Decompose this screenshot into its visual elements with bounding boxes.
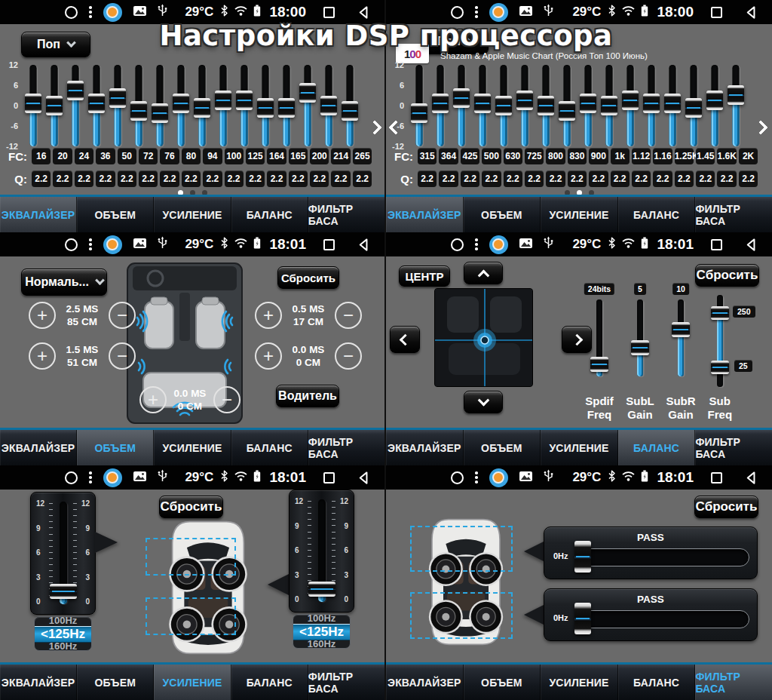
- back-triangle-icon[interactable]: [357, 471, 371, 485]
- q-value[interactable]: 2.2: [546, 170, 565, 187]
- balance-slider[interactable]: 5SubLGain: [623, 283, 657, 419]
- slider-handle[interactable]: [25, 94, 41, 113]
- crossover-freq-picker[interactable]: 100Hz<125Hz160Hz: [293, 614, 351, 649]
- fc-value[interactable]: 1.16: [653, 148, 672, 164]
- back-triangle-icon[interactable]: [744, 471, 758, 485]
- fc-value[interactable]: 900: [589, 148, 608, 164]
- eq-band-slider[interactable]: [472, 65, 493, 146]
- slider-handle[interactable]: [109, 88, 126, 108]
- tab-volume[interactable]: ОБЪЕМ: [464, 197, 541, 232]
- fc-value[interactable]: 165: [289, 148, 308, 164]
- balance-slider[interactable]: 25025SubFreq: [703, 283, 760, 419]
- balance-down-button[interactable]: [464, 391, 503, 413]
- tab-balance[interactable]: БАЛАНС: [231, 430, 308, 465]
- tab-volume[interactable]: ОБЪЕМ: [77, 665, 154, 700]
- delay-decrease-button[interactable]: −: [335, 342, 362, 370]
- slider-handle[interactable]: [236, 91, 253, 110]
- eq-band-slider[interactable]: [704, 65, 725, 146]
- slider-handle[interactable]: [495, 96, 512, 115]
- pass-freq-slider[interactable]: [581, 610, 749, 628]
- fc-value[interactable]: 214: [331, 148, 350, 164]
- q-value[interactable]: 2.2: [568, 170, 587, 187]
- eq-band-slider[interactable]: [86, 65, 107, 146]
- pass-freq-slider[interactable]: [581, 548, 749, 566]
- fc-value[interactable]: 20: [53, 148, 72, 164]
- fc-value[interactable]: 425: [461, 148, 479, 164]
- tab-balance[interactable]: БАЛАНС: [618, 665, 696, 700]
- picker-selected-option[interactable]: <125Hz: [35, 626, 91, 643]
- slider-handle[interactable]: [67, 81, 84, 100]
- eq-band-slider[interactable]: [683, 65, 704, 146]
- tab-volume[interactable]: ОБЪЕМ: [464, 665, 541, 700]
- fc-value[interactable]: 1k: [611, 148, 630, 164]
- pass-slider-handle[interactable]: [574, 603, 591, 634]
- slider-handle[interactable]: [643, 94, 660, 113]
- eq-band-slider[interactable]: [451, 65, 472, 146]
- front-speakers-select-box[interactable]: [410, 526, 513, 572]
- eq-band-slider[interactable]: [170, 65, 191, 146]
- q-value[interactable]: 2.2: [589, 170, 608, 187]
- q-value[interactable]: 2.2: [717, 170, 736, 187]
- eq-band-slider[interactable]: [339, 65, 360, 146]
- app-logo-icon[interactable]: [103, 235, 122, 254]
- tab-bass-filter[interactable]: ФИЛЬТР БАСА: [695, 665, 772, 700]
- eq-band-slider[interactable]: [44, 65, 65, 146]
- q-value[interactable]: 2.2: [139, 170, 158, 187]
- eq-band-slider[interactable]: [599, 65, 620, 146]
- tab-volume[interactable]: ОБЪЕМ: [464, 430, 541, 465]
- menu-dots-icon[interactable]: [475, 238, 478, 250]
- eq-preset-dropdown[interactable]: Поп: [424, 29, 489, 54]
- fc-value[interactable]: 830: [568, 148, 587, 164]
- slider-handle[interactable]: [152, 103, 168, 123]
- slider-handle[interactable]: [299, 83, 316, 103]
- picker-next-option[interactable]: 160Hz: [293, 640, 350, 649]
- recents-square-icon[interactable]: [711, 239, 722, 250]
- fc-value[interactable]: 164: [267, 148, 286, 164]
- menu-dots-icon[interactable]: [475, 6, 478, 18]
- eq-band-slider[interactable]: [662, 65, 683, 146]
- slider-handle[interactable]: [672, 322, 690, 337]
- balance-up-button[interactable]: [464, 262, 503, 284]
- tab-gain[interactable]: УСИЛЕНИЕ: [541, 197, 618, 232]
- range-handle-top[interactable]: [711, 306, 729, 320]
- eq-next-page-arrow[interactable]: [365, 115, 384, 140]
- slider-handle[interactable]: [173, 94, 189, 113]
- eq-band-slider[interactable]: [493, 65, 514, 146]
- balance-slider[interactable]: 24bitsSpdifFreq: [583, 283, 616, 419]
- eq-band-slider[interactable]: [430, 65, 451, 146]
- slider-handle[interactable]: [320, 96, 337, 115]
- recents-square-icon[interactable]: [711, 7, 722, 18]
- balance-left-button[interactable]: [390, 326, 420, 353]
- q-value[interactable]: 2.2: [482, 170, 501, 187]
- slider-handle[interactable]: [601, 96, 617, 115]
- app-logo-icon[interactable]: [489, 3, 508, 22]
- eq-band-slider[interactable]: [255, 65, 276, 146]
- reset-button[interactable]: Сбросить: [277, 266, 339, 289]
- q-value[interactable]: 2.2: [203, 170, 222, 187]
- eq-band-slider[interactable]: [297, 65, 318, 146]
- fc-value[interactable]: 125: [246, 148, 265, 164]
- q-value[interactable]: 2.2: [525, 170, 544, 187]
- slider-handle[interactable]: [194, 98, 210, 118]
- tab-balance[interactable]: БАЛАНС: [231, 665, 308, 700]
- fc-value[interactable]: 76: [160, 148, 179, 164]
- eq-band-slider[interactable]: [23, 65, 44, 146]
- balance-slider[interactable]: 10SubRGain: [664, 283, 697, 419]
- fc-value[interactable]: 80: [182, 148, 201, 164]
- q-value[interactable]: 2.2: [246, 170, 265, 187]
- picker-selected-option[interactable]: <125Hz: [293, 624, 350, 640]
- q-value[interactable]: 2.2: [310, 170, 329, 187]
- tab-equalizer[interactable]: ЭКВАЛАЙЗЕР: [386, 430, 464, 465]
- home-circle-icon[interactable]: [65, 471, 78, 484]
- delay-decrease-button[interactable]: −: [109, 342, 136, 370]
- balance-position-image[interactable]: [434, 288, 533, 387]
- fc-value[interactable]: 630: [504, 148, 522, 164]
- tab-bass-filter[interactable]: ФИЛЬТР БАСА: [308, 430, 384, 465]
- menu-dots-icon[interactable]: [89, 6, 92, 18]
- fc-value[interactable]: 50: [118, 148, 136, 164]
- q-value[interactable]: 2.2: [739, 170, 758, 187]
- q-value[interactable]: 2.2: [632, 170, 651, 187]
- home-circle-icon[interactable]: [451, 6, 464, 19]
- rear-speakers-select-box[interactable]: [410, 592, 513, 639]
- q-value[interactable]: 2.2: [53, 170, 72, 187]
